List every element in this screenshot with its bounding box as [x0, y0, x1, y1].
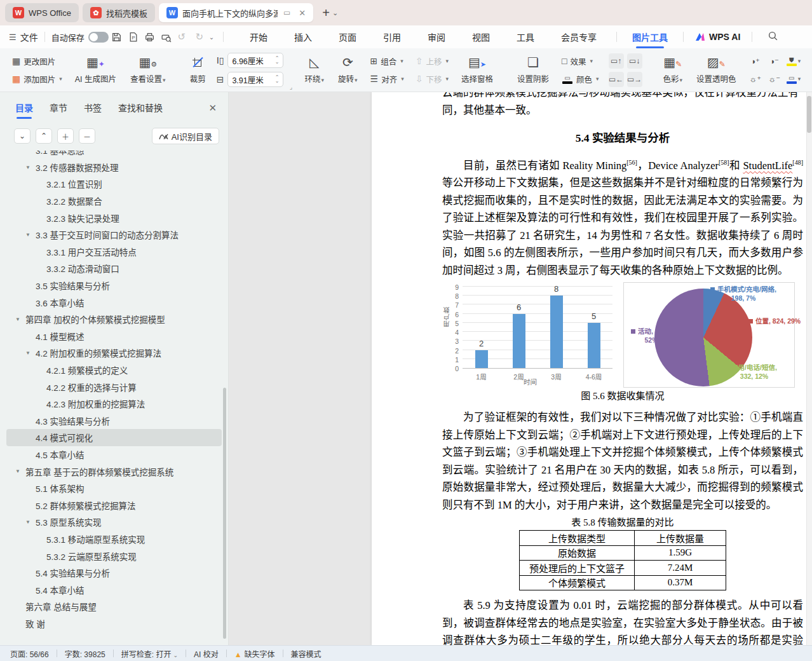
outline-item[interactable]: 3.2.2 数据聚合 — [6, 193, 222, 210]
save-button[interactable] — [109, 29, 125, 44]
stepper-arrows-icon[interactable]: ⌃⌄ — [275, 57, 280, 64]
autosave-toggle[interactable] — [88, 32, 109, 43]
outline-item[interactable]: 5.1 体系架构 — [6, 480, 222, 497]
increase-width-button[interactable]: ▭→ — [627, 72, 642, 87]
outline-item[interactable]: 参考文献 — [6, 632, 222, 635]
pie-chart-context-data-proportion[interactable]: 手机模式/充电/网络,198, 7%位置, 824, 29%应用/电话/短信,3… — [623, 282, 795, 388]
menu-item-图片工具[interactable]: 图片工具 — [623, 25, 677, 48]
collapse-arrow-icon[interactable]: ▼ — [25, 165, 30, 170]
outline-item[interactable]: 3.6 本章小结 — [6, 294, 222, 311]
align-button[interactable]: ☰ 对齐▾ — [369, 72, 406, 86]
stepper-arrows-icon[interactable]: ⌃⌄ — [275, 76, 280, 83]
set-transparent-color-button[interactable]: ▨✎ 设置透明色 — [692, 55, 741, 86]
tab-docer-templates[interactable]: ✿ 找稻壳模板 — [83, 3, 155, 22]
collapse-arrow-icon[interactable]: ▼ — [15, 317, 20, 322]
expand-all-button[interactable]: ⌄ — [14, 128, 30, 144]
shadow-button[interactable]: ❏ 设置阴影 — [513, 55, 553, 86]
collapse-all-button[interactable]: ⌃ — [36, 128, 52, 144]
menu-item-插入[interactable]: 插入 — [281, 25, 325, 48]
search-button[interactable] — [768, 31, 778, 43]
pane-tab-查找和替换[interactable]: 查找和替换 — [118, 101, 163, 119]
sidebar-scrollbar[interactable] — [223, 388, 226, 639]
outline-item[interactable]: ▼4.2 附加权重的频繁模式挖掘算法 — [6, 344, 222, 362]
picture-color-button[interactable]: ▭ 颜色▾ — [560, 72, 601, 86]
document-scrollbar[interactable] — [806, 92, 812, 645]
outline-item[interactable]: 4.4 模式可视化 — [6, 429, 222, 446]
outline-item[interactable]: 4.2.2 权重的选择与计算 — [6, 378, 222, 395]
pane-tab-章节[interactable]: 章节 — [50, 101, 67, 119]
file-menu-button[interactable]: ☰ 文件 — [9, 31, 38, 43]
picture-height-spinner[interactable]: 3.91厘米 ⌃⌄ — [227, 72, 283, 87]
outline-item[interactable]: 3.5 实验结果与分析 — [6, 277, 222, 294]
menu-item-工具[interactable]: 工具 — [503, 25, 548, 48]
undo-button[interactable]: ↺ — [175, 31, 189, 43]
doc-window-icon[interactable]: ▭ — [283, 8, 290, 17]
outline-item[interactable]: 4.1 模型概述 — [6, 328, 222, 345]
print-preview-button[interactable] — [158, 29, 175, 44]
outline-item[interactable]: 5.3.1 移动端原型系统实现 — [6, 531, 222, 548]
group-expander-icon[interactable]: ⌟ — [290, 84, 292, 90]
outline-item[interactable]: 5.4 实验结果与分析 — [6, 564, 222, 582]
menu-item-会员专享[interactable]: 会员专享 — [548, 25, 610, 48]
ai-generate-picture-button[interactable]: ▦✦ AI 生成图片 — [71, 55, 121, 86]
new-tab-button[interactable]: + — [322, 6, 330, 20]
bring-forward-button[interactable]: ⇧ 上移▾ — [414, 54, 450, 68]
rotate-button[interactable]: ⟳ 旋转▾ — [334, 55, 362, 86]
text-wrap-button[interactable]: ◺ 环绕▾ — [300, 55, 328, 86]
highlight-color-button[interactable]: ⛊ ▾ — [785, 53, 802, 69]
outline-item[interactable]: 4.3 实验结果与分析 — [6, 412, 222, 430]
outline-item[interactable]: 3.2.3 缺失记录处理 — [6, 209, 222, 226]
wps-ai-button[interactable]: WPS AI — [690, 32, 745, 42]
increase-contrast-button[interactable]: ◑⁺ — [747, 53, 764, 69]
outline-item[interactable]: 4.5 本章小结 — [6, 446, 222, 463]
selection-pane-button[interactable]: ▤➤ 选择窗格 — [457, 55, 497, 86]
decrease-brightness-button[interactable]: ☼⁻ — [766, 71, 783, 86]
outline-item[interactable]: 3.3.2 动态滑动窗口 — [6, 260, 222, 277]
outline-item[interactable]: ▼3.2 传感器数据预处理 — [6, 159, 222, 176]
close-tab-icon[interactable]: ✕ — [299, 8, 306, 18]
pane-tab-书签[interactable]: 书签 — [84, 101, 102, 119]
outline-item[interactable]: 3.2.1 位置识别 — [6, 175, 222, 193]
decrease-height-button[interactable]: ▭↓ — [627, 53, 642, 69]
increase-height-button[interactable]: ▭↑ — [609, 53, 624, 69]
outline-item[interactable]: 4.2.1 频繁模式的定义 — [6, 362, 222, 379]
picture-width-spinner[interactable]: 6.96厘米 ⌃⌄ — [227, 53, 283, 68]
bar-chart-users-per-duration[interactable]: 用户数 21周62周83周54-6周 时间 0123456789 — [442, 282, 618, 388]
spellcheck-status[interactable]: 拼写检查: 打开⌄ — [121, 648, 178, 659]
redo-button[interactable]: ↻ — [193, 31, 206, 43]
zoom-out-outline-button[interactable]: － — [79, 128, 95, 144]
more-actions-chevron-icon[interactable]: ⌄ — [209, 34, 214, 41]
tab-list-chevron-icon[interactable]: ⌄ — [332, 9, 338, 17]
menu-item-开始[interactable]: 开始 — [236, 25, 281, 48]
increase-brightness-button[interactable]: ☼⁺ — [747, 71, 764, 86]
scrollbar-thumb[interactable] — [807, 96, 811, 133]
outline-item[interactable]: 5.3.2 云端原型系统实现 — [6, 547, 222, 564]
outline-item[interactable]: ▼3.3 基于交互时间窗口的动态分割算法 — [6, 226, 222, 243]
collapse-arrow-icon[interactable]: ▼ — [25, 350, 30, 356]
group-button[interactable]: ⊞ 组合▾ — [369, 54, 406, 68]
decrease-contrast-button[interactable]: ◑⁻ — [766, 53, 783, 69]
outline-item[interactable]: 5.2 群体频繁模式挖掘算法 — [6, 496, 222, 514]
picture-effects-button[interactable]: □ 效果▾ — [560, 54, 601, 68]
outline-item[interactable]: 4.2.3 附加权重的挖掘算法 — [6, 395, 222, 412]
document-page[interactable]: 云端的群体频繁模式挖掘算法与移动端实现基本类似，仅在计算权重方法上有所不 同，其… — [372, 92, 812, 645]
autosave-control[interactable]: 自动保存 — [51, 31, 109, 43]
tab-wps-office[interactable]: W WPS Office — [5, 3, 79, 22]
decrease-width-button[interactable]: ▭← — [609, 72, 624, 87]
outline-item[interactable]: 第六章 总结与展望 — [6, 598, 222, 615]
print-button[interactable] — [142, 29, 158, 44]
menu-item-页面[interactable]: 页面 — [325, 25, 370, 48]
missing-font-warning[interactable]: ▲缺失字体 — [234, 648, 275, 659]
border-color-button[interactable]: ▭ ▾ — [785, 71, 802, 86]
crop-button[interactable]: 裁剪 — [186, 55, 210, 86]
outline-item[interactable]: ▼5.3 原型系统实现 — [6, 514, 222, 531]
ai-proofread-button[interactable]: AI 校对 — [194, 648, 219, 659]
menu-item-视图[interactable]: 视图 — [459, 25, 503, 48]
menu-item-审阅[interactable]: 审阅 — [414, 25, 459, 48]
collapse-arrow-icon[interactable]: ▼ — [15, 468, 20, 474]
color-adjust-button[interactable]: ▦✎ 色彩▾ — [659, 55, 687, 86]
outline-item[interactable]: 5.4 本章小结 — [6, 581, 222, 598]
pane-tab-目录[interactable]: 目录 — [15, 101, 33, 119]
ai-recognize-toc-button[interactable]: AI识别目录 — [152, 128, 219, 144]
outline-item[interactable]: ▼第四章 加权的个体频繁模式挖掘模型 — [6, 311, 222, 328]
